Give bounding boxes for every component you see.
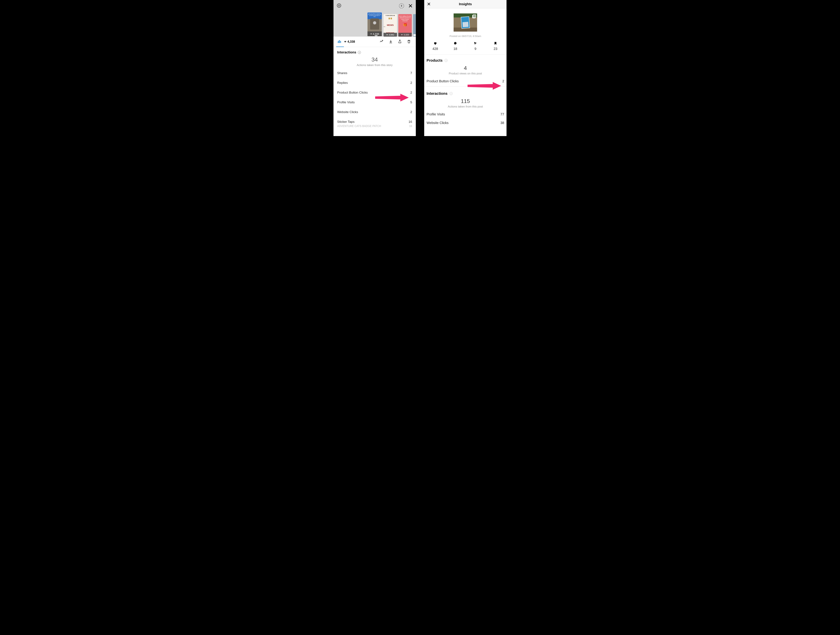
eye-icon: 👁 xyxy=(401,34,403,36)
engagement-metrics: 428 18 9 23 xyxy=(424,39,507,55)
row-website-clicks: Website Clicks 2 xyxy=(333,107,416,117)
profile-visits-value: 77 xyxy=(501,112,504,116)
website-clicks-value: 2 xyxy=(410,110,412,114)
product-button-clicks-value: 2 xyxy=(410,91,412,95)
story-thumbnails[interactable]: We've got patches for backpacks, kitty h… xyxy=(333,12,416,36)
story-header-icons: ✕ xyxy=(333,0,416,9)
shares-label: Shares xyxy=(337,71,347,75)
row-website-clicks: Website Clicks 38 xyxy=(424,118,507,127)
products-title: Products xyxy=(426,58,442,63)
active-tab-underline xyxy=(336,47,344,47)
replies-value: 2 xyxy=(410,81,412,85)
thumb2-tomorrow: TOMORROW xyxy=(384,14,397,17)
comments-count: 18 xyxy=(445,47,466,51)
eye-icon: 👁 xyxy=(344,41,346,43)
product-button-clicks-label: Product Button Clicks xyxy=(426,79,459,83)
bar-chart-tab-icon[interactable] xyxy=(337,39,341,44)
toolbar-view-count: 👁 4,338 xyxy=(344,40,355,44)
sticker-sub-value: 16 xyxy=(409,125,412,128)
interactions-header: Interactions i xyxy=(333,47,416,55)
post-header: ✕ Insights xyxy=(424,0,507,8)
profile-visits-value: 5 xyxy=(410,101,412,104)
product-button-clicks-value: 2 xyxy=(502,79,504,83)
story-thumb-4[interactable]: CAT BACKP Instagram Story xyxy=(413,14,416,36)
svg-point-1 xyxy=(338,5,340,6)
row-profile-visits: Profile Visits 77 xyxy=(424,110,507,118)
page-title: Insights xyxy=(459,2,472,6)
close-icon[interactable]: ✕ xyxy=(427,2,431,6)
posted-timestamp: Posted on 08/07/19, 8:50am xyxy=(450,35,481,38)
close-icon[interactable]: ✕ xyxy=(408,3,413,9)
likes-item: 428 xyxy=(425,41,445,51)
toolbar-view-number: 4,338 xyxy=(347,40,355,44)
post-insights-screen: ✕ Insights Posted on 08/07/19, 8:50am 42… xyxy=(424,0,507,136)
story-toolbar: 👁 4,338 xyxy=(333,36,416,47)
thumb3-views: 👁3,320 xyxy=(398,33,412,36)
book-graphic xyxy=(461,16,470,28)
profile-visits-label: Profile Visits xyxy=(426,112,445,116)
profile-visits-label: Profile Visits xyxy=(337,101,355,104)
interactions-caption: Actions taken from this post xyxy=(424,105,507,108)
thumb1-view-count: 4,338 xyxy=(373,32,379,35)
thumb2-view-count: 3,682 xyxy=(389,33,394,36)
promote-icon[interactable] xyxy=(379,39,385,44)
shares-value: 7 xyxy=(410,71,412,75)
thumb1-caption: We've got patches for backpacks, kitty h… xyxy=(368,13,381,17)
info-icon[interactable]: i xyxy=(358,51,361,54)
row-product-button-clicks: Product Button Clicks 2 xyxy=(424,77,507,85)
story-thumb-2[interactable]: TOMORROW MEWS AND BREWS 👁3,682 xyxy=(384,14,397,36)
story-insights-screen: ✕ We've got patches for backpacks, kitty… xyxy=(333,0,416,136)
download-icon[interactable] xyxy=(388,39,394,44)
svg-point-4 xyxy=(454,42,456,44)
interactions-title: Interactions xyxy=(426,92,448,96)
story-thumb-3[interactable]: We're raffling off some pawsome purrizes… xyxy=(398,14,412,36)
story-header: ✕ We've got patches for backpacks, kitty… xyxy=(333,0,416,36)
saves-count: 23 xyxy=(486,47,506,51)
svg-point-0 xyxy=(337,4,341,8)
replies-label: Replies xyxy=(337,81,348,85)
post-thumbnail[interactable] xyxy=(453,13,477,32)
heart-icon xyxy=(433,41,437,45)
website-clicks-label: Website Clicks xyxy=(337,110,358,114)
row-sticker-sub: ADVENTURE CATS BADGE PATCH 16 xyxy=(333,124,416,128)
sticker-taps-value: 16 xyxy=(409,120,412,124)
row-sticker-taps: Sticker Taps 16 xyxy=(333,117,416,124)
interactions-title: Interactions xyxy=(337,51,356,54)
website-clicks-label: Website Clicks xyxy=(426,121,448,125)
thumb4-bottom: Instagram Story xyxy=(414,34,416,36)
eye-icon: 👁 xyxy=(370,33,372,35)
row-replies: Replies 2 xyxy=(333,78,416,88)
comments-item: 18 xyxy=(445,41,466,51)
backpack-graphic xyxy=(370,19,379,30)
save-dashed-icon[interactable] xyxy=(399,3,404,9)
info-icon[interactable]: i xyxy=(450,92,453,95)
thumb3-view-count: 3,320 xyxy=(404,33,409,36)
interactions-caption: Actions taken from this story xyxy=(333,63,416,67)
products-total: 4 Product views on this post xyxy=(424,64,507,77)
interactions-total: 34 Actions taken from this story xyxy=(333,55,416,68)
info-icon[interactable]: i xyxy=(445,59,448,62)
thumb2-mews: MEWS xyxy=(384,24,397,26)
thumb2-views: 👁3,682 xyxy=(384,33,397,36)
interactions-number: 34 xyxy=(333,56,416,63)
thumb3-text: We're raffling off some pawsome purrizes… xyxy=(398,14,412,28)
interactions-header: Interactions i xyxy=(424,88,507,97)
products-header: Products i xyxy=(424,55,507,64)
interactions-number: 115 xyxy=(424,98,507,104)
delete-trash-icon[interactable] xyxy=(406,39,412,44)
share-icon[interactable] xyxy=(397,39,403,44)
row-product-button-clicks: Product Button Clicks 2 xyxy=(333,88,416,98)
website-clicks-value: 38 xyxy=(501,121,504,125)
products-number: 4 xyxy=(424,65,507,71)
shares-item: 9 xyxy=(465,41,486,51)
story-thumb-1[interactable]: We've got patches for backpacks, kitty h… xyxy=(367,12,382,36)
comment-icon xyxy=(453,41,457,45)
row-profile-visits: Profile Visits 5 xyxy=(333,98,416,107)
settings-gear-icon[interactable] xyxy=(336,3,341,9)
row-shares: Shares 7 xyxy=(333,68,416,78)
paper-plane-icon xyxy=(474,41,477,45)
post-preview: Posted on 08/07/19, 8:50am xyxy=(424,8,507,39)
products-caption: Product views on this post xyxy=(424,72,507,75)
interactions-total: 115 Actions taken from this post xyxy=(424,97,507,110)
bookmark-icon xyxy=(494,41,497,45)
